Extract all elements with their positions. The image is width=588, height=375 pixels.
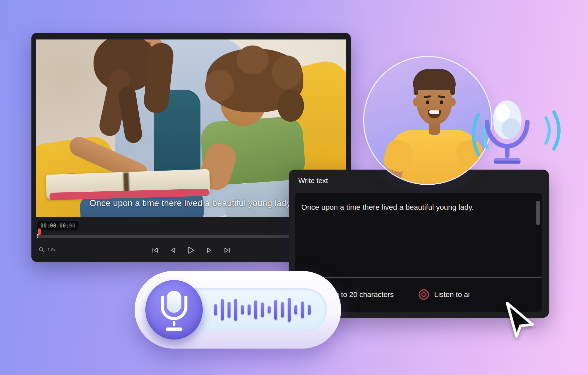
- waveform-bar: [214, 304, 217, 315]
- waveform-bar: [308, 305, 311, 315]
- waveform-bar: [221, 299, 224, 320]
- waveform-bar: [248, 304, 251, 315]
- listen-to-all-option[interactable]: Listen to ai: [419, 289, 470, 300]
- jump-to-start-icon[interactable]: [151, 246, 159, 254]
- jump-to-end-icon[interactable]: [223, 246, 231, 254]
- waveform-bar: [274, 300, 277, 320]
- timecode-display: 00:00:00:00: [37, 221, 79, 230]
- sound-wave-left-outer: [473, 114, 478, 155]
- boy-hair-curl: [205, 70, 234, 102]
- avatar-right-ear: [450, 98, 456, 106]
- waveform-bar: [268, 306, 271, 313]
- mic-stem: [505, 145, 509, 158]
- microphone-icon: [145, 280, 203, 340]
- waveform-bar: [294, 305, 297, 314]
- avatar-left-ear: [413, 98, 419, 106]
- playhead[interactable]: [38, 228, 41, 235]
- avatar-teeth: [429, 110, 439, 114]
- avatar-left-eye: [426, 100, 429, 104]
- mic-base-shadow: [494, 161, 521, 164]
- avatar-hair-side: [450, 84, 455, 95]
- waveform-bar: [288, 298, 291, 322]
- avatar-hair-side: [414, 84, 418, 95]
- timecode-frames: 00: [69, 223, 76, 229]
- timecode-main: 00:00:00:: [40, 223, 69, 229]
- sound-wave-right-outer: [554, 112, 559, 149]
- mouse-cursor: [504, 301, 537, 340]
- waveform-bar: [301, 301, 304, 318]
- scrollbar-thumb[interactable]: [536, 201, 540, 225]
- boy-hair-curl: [272, 56, 302, 89]
- waveform-bar: [241, 305, 244, 314]
- avatar-hair: [413, 69, 456, 90]
- microphone-3d-icon: [468, 94, 575, 174]
- boy-hair-curl: [277, 90, 304, 122]
- listen-to-all-label: Listen to ai: [434, 290, 470, 299]
- waveform-bars: [214, 288, 311, 331]
- waveform-bar: [228, 302, 231, 318]
- voice-waveform-pill: [135, 271, 341, 349]
- avatar-right-eye: [440, 100, 443, 104]
- record-icon-dot: [421, 292, 426, 297]
- waveform-bar: [281, 302, 284, 317]
- sound-wave-right-inner: [546, 118, 549, 143]
- panel-title: Write text: [298, 177, 328, 185]
- mic-capsule-shade: [502, 118, 521, 138]
- waveform-bar: [261, 302, 264, 317]
- record-icon: [419, 289, 429, 300]
- waveform-bar: [254, 300, 257, 319]
- play-icon[interactable]: [187, 246, 195, 254]
- boy-hair-curl: [237, 45, 269, 74]
- record-voice-button[interactable]: [145, 280, 203, 340]
- previous-frame-icon[interactable]: [169, 246, 177, 254]
- next-frame-icon[interactable]: [205, 246, 213, 254]
- waveform-bar: [234, 299, 237, 321]
- text-input-value: Once upon a time there lived a beautiful…: [301, 203, 474, 212]
